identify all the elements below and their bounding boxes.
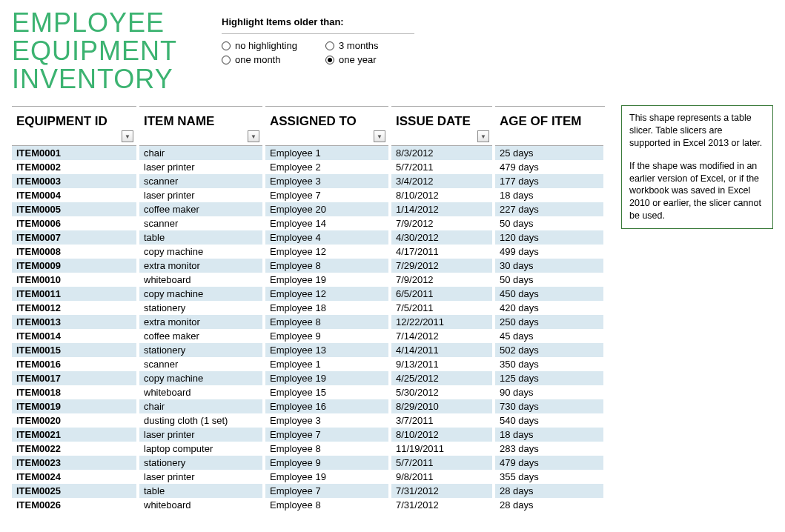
col-header-equipment-id[interactable]: EQUIPMENT ID ▼ — [12, 107, 138, 146]
cell-id: ITEM0016 — [12, 357, 138, 371]
radio-no-highlighting[interactable]: no highlighting — [222, 40, 325, 51]
col-header-age-of-item[interactable]: AGE OF ITEM — [494, 107, 605, 146]
table-row[interactable]: ITEM0006scannerEmployee 147/9/201250 day… — [12, 216, 605, 230]
page-title: EMPLOYEE EQUIPMENT INVENTORY — [12, 9, 177, 93]
cell-id: ITEM0005 — [12, 202, 138, 216]
cell-date: 4/14/2011 — [390, 343, 494, 357]
cell-age: 479 days — [494, 456, 605, 470]
table-row[interactable]: ITEM0023stationeryEmployee 95/7/2011479 … — [12, 456, 605, 470]
col-header-item-name[interactable]: ITEM NAME ▼ — [138, 107, 264, 146]
cell-assigned: Employee 13 — [264, 343, 390, 357]
cell-age: 540 days — [494, 413, 605, 428]
cell-name: laser printer — [138, 160, 264, 174]
cell-name: whiteboard — [138, 498, 264, 512]
cell-date: 8/29/2010 — [390, 399, 494, 413]
radio-one-month[interactable]: one month — [222, 54, 325, 65]
filter-dropdown-icon[interactable]: ▼ — [477, 130, 489, 142]
table-row[interactable]: ITEM0024laser printerEmployee 199/8/2011… — [12, 470, 605, 484]
cell-age: 283 days — [494, 442, 605, 456]
table-row[interactable]: ITEM0018whiteboardEmployee 155/30/201290… — [12, 385, 605, 399]
cell-age: 730 days — [494, 399, 605, 413]
table-row[interactable]: ITEM0017copy machineEmployee 194/25/2012… — [12, 371, 605, 385]
cell-assigned: Employee 8 — [264, 315, 390, 329]
cell-date: 8/10/2012 — [390, 428, 494, 442]
cell-age: 350 days — [494, 357, 605, 371]
highlight-label: Highlight Items older than: — [222, 16, 414, 34]
cell-date: 3/7/2011 — [390, 413, 494, 428]
cell-id: ITEM0021 — [12, 428, 138, 442]
table-row[interactable]: ITEM0020dusting cloth (1 set)Employee 33… — [12, 413, 605, 428]
cell-age: 250 days — [494, 315, 605, 329]
cell-date: 1/14/2012 — [390, 202, 494, 216]
table-row[interactable]: ITEM0010whiteboardEmployee 197/9/201250 … — [12, 273, 605, 287]
table-row[interactable]: ITEM0005coffee makerEmployee 201/14/2012… — [12, 202, 605, 216]
cell-date: 8/3/2012 — [390, 146, 494, 161]
table-row[interactable]: ITEM0019chairEmployee 168/29/2010730 day… — [12, 399, 605, 413]
cell-name: laser printer — [138, 188, 264, 202]
radio-3-months[interactable]: 3 months — [325, 40, 414, 51]
cell-date: 9/8/2011 — [390, 470, 494, 484]
table-row[interactable]: ITEM0016scannerEmployee 19/13/2011350 da… — [12, 357, 605, 371]
cell-name: table — [138, 230, 264, 245]
cell-name: extra monitor — [138, 315, 264, 329]
cell-age: 120 days — [494, 230, 605, 245]
table-row[interactable]: ITEM0009extra monitorEmployee 87/29/2012… — [12, 259, 605, 273]
table-row[interactable]: ITEM0001chairEmployee 18/3/201225 days — [12, 146, 605, 161]
table-row[interactable]: ITEM0022laptop computerEmployee 811/19/2… — [12, 442, 605, 456]
table-row[interactable]: ITEM0013extra monitorEmployee 812/22/201… — [12, 315, 605, 329]
table-row[interactable]: ITEM0007tableEmployee 44/30/2012120 days — [12, 230, 605, 245]
cell-id: ITEM0018 — [12, 385, 138, 399]
col-header-issue-date[interactable]: ISSUE DATE ▼ — [390, 107, 494, 146]
cell-name: coffee maker — [138, 202, 264, 216]
cell-date: 9/13/2011 — [390, 357, 494, 371]
table-row[interactable]: ITEM0014coffee makerEmployee 97/14/20124… — [12, 329, 605, 343]
radio-label: one month — [235, 54, 280, 65]
cell-id: ITEM0013 — [12, 315, 138, 329]
table-row[interactable]: ITEM0002laser printerEmployee 25/7/20114… — [12, 160, 605, 174]
table-row[interactable]: ITEM0012stationeryEmployee 187/5/2011420… — [12, 301, 605, 315]
table-row[interactable]: ITEM0026whiteboardEmployee 87/31/201228 … — [12, 498, 605, 512]
cell-date: 8/10/2012 — [390, 188, 494, 202]
cell-name: copy machine — [138, 245, 264, 259]
filter-dropdown-icon[interactable]: ▼ — [122, 130, 133, 142]
cell-date: 4/30/2012 — [390, 230, 494, 245]
cell-assigned: Employee 7 — [264, 428, 390, 442]
cell-age: 30 days — [494, 259, 605, 273]
slicer-text-1: This shape represents a table slicer. Ta… — [629, 112, 765, 150]
cell-age: 499 days — [494, 245, 605, 259]
cell-id: ITEM0015 — [12, 343, 138, 357]
cell-id: ITEM0003 — [12, 174, 138, 188]
cell-assigned: Employee 3 — [264, 413, 390, 428]
cell-name: coffee maker — [138, 329, 264, 343]
cell-age: 355 days — [494, 470, 605, 484]
cell-name: extra monitor — [138, 259, 264, 273]
cell-assigned: Employee 14 — [264, 216, 390, 230]
cell-assigned: Employee 12 — [264, 287, 390, 301]
cell-age: 420 days — [494, 301, 605, 315]
table-row[interactable]: ITEM0004laser printerEmployee 78/10/2012… — [12, 188, 605, 202]
col-header-assigned-to[interactable]: ASSIGNED TO ▼ — [264, 107, 390, 146]
cell-assigned: Employee 20 — [264, 202, 390, 216]
inventory-table: EQUIPMENT ID ▼ ITEM NAME ▼ ASSIGNED TO ▼… — [12, 106, 606, 512]
cell-assigned: Employee 8 — [264, 259, 390, 273]
table-row[interactable]: ITEM0021laser printerEmployee 78/10/2012… — [12, 428, 605, 442]
table-row[interactable]: ITEM0008copy machineEmployee 124/17/2011… — [12, 245, 605, 259]
table-row[interactable]: ITEM0011copy machineEmployee 126/5/20114… — [12, 287, 605, 301]
filter-dropdown-icon[interactable]: ▼ — [248, 130, 259, 142]
cell-assigned: Employee 12 — [264, 245, 390, 259]
radio-icon — [222, 41, 231, 50]
cell-name: stationery — [138, 343, 264, 357]
cell-id: ITEM0010 — [12, 273, 138, 287]
table-row[interactable]: ITEM0015stationeryEmployee 134/14/201150… — [12, 343, 605, 357]
filter-dropdown-icon[interactable]: ▼ — [374, 130, 385, 142]
cell-name: laser printer — [138, 470, 264, 484]
cell-age: 479 days — [494, 160, 605, 174]
cell-age: 90 days — [494, 385, 605, 399]
table-row[interactable]: ITEM0025tableEmployee 77/31/201228 days — [12, 484, 605, 498]
cell-id: ITEM0004 — [12, 188, 138, 202]
radio-one-year[interactable]: one year — [325, 54, 414, 65]
table-row[interactable]: ITEM0003scannerEmployee 33/4/2012177 day… — [12, 174, 605, 188]
cell-id: ITEM0023 — [12, 456, 138, 470]
cell-date: 7/5/2011 — [390, 301, 494, 315]
cell-assigned: Employee 18 — [264, 301, 390, 315]
